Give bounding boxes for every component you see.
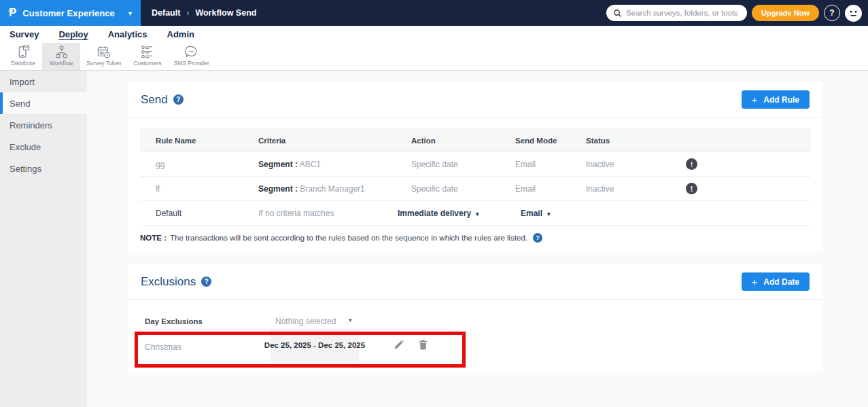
- exclusions-section-header: Exclusions ? + Add Date: [128, 264, 823, 299]
- app-root: Ᵽ Customer Experience ▾ Default › Workfl…: [0, 0, 868, 407]
- send-mode-dropdown[interactable]: Email▾: [521, 209, 551, 218]
- exclusions-section: Exclusions ? + Add Date Day Exclusions N…: [128, 264, 823, 373]
- breadcrumb-item-current: Workflow Send: [195, 8, 256, 18]
- workspace-switcher[interactable]: Ᵽ Customer Experience ▾: [0, 0, 141, 26]
- add-rule-label: Add Rule: [763, 95, 799, 105]
- send-section: Send ? + Add Rule Rule Name Criteria Act…: [128, 82, 823, 253]
- exclusions-title: Exclusions: [141, 275, 196, 289]
- edit-exclusion-button[interactable]: [393, 339, 404, 351]
- warning-icon[interactable]: !: [686, 158, 697, 170]
- criteria-cell: Segment : Branch Manager1: [258, 184, 411, 194]
- add-date-button[interactable]: + Add Date: [742, 272, 810, 291]
- plus-icon: +: [752, 276, 758, 287]
- sidebar-item-reminders[interactable]: Reminders: [0, 114, 87, 136]
- exclusions-help-icon[interactable]: ?: [201, 277, 211, 287]
- exclusion-name: Christmas: [145, 342, 181, 352]
- primary-nav: Survey Deploy Analytics Admin: [0, 26, 868, 43]
- col-header-send-mode: Send Mode: [515, 137, 586, 145]
- tool-sms-provider[interactable]: SMS Provider: [167, 43, 215, 70]
- sidebar-item-exclude[interactable]: Exclude: [0, 136, 87, 158]
- tool-label: Customers: [133, 60, 161, 67]
- tab-survey[interactable]: Survey: [10, 29, 39, 39]
- table-row: gg Segment : ABC1 Specific date Email In…: [140, 152, 811, 177]
- survey-token-icon: 31: [97, 45, 111, 59]
- action-cell: Specific date: [411, 184, 515, 194]
- chevron-down-icon: ▾: [128, 10, 132, 17]
- tool-workflow[interactable]: Workflow: [42, 43, 80, 70]
- status-cell: Inactive: [586, 160, 686, 169]
- upgrade-now-button[interactable]: Upgrade Now: [752, 5, 819, 21]
- chevron-down-icon: ▾: [476, 211, 479, 217]
- warning-icon[interactable]: !: [686, 183, 697, 194]
- main-content: Send ? + Add Rule Rule Name Criteria Act…: [87, 71, 868, 407]
- question-mark-icon: ?: [829, 8, 834, 18]
- header-actions: Upgrade Now ?: [606, 5, 868, 22]
- sidebar-item-import[interactable]: Import: [0, 71, 87, 92]
- action-cell: Specific date: [411, 160, 515, 169]
- svg-text:31: 31: [100, 51, 104, 55]
- send-mode-cell: Email: [515, 184, 586, 194]
- note-help-icon[interactable]: ?: [533, 233, 542, 243]
- top-header: Ᵽ Customer Experience ▾ Default › Workfl…: [0, 0, 868, 26]
- action-dropdown-cell: Immediate delivery▾: [411, 209, 515, 218]
- criteria-value: Branch Manager1: [300, 184, 364, 194]
- breadcrumb-item-default[interactable]: Default: [152, 8, 180, 18]
- note-text: The transactions will be sent according …: [170, 234, 527, 242]
- criteria-label: Segment :: [258, 160, 298, 169]
- trash-icon: [417, 339, 429, 351]
- table-row: ff Segment : Branch Manager1 Specific da…: [140, 177, 811, 201]
- delete-exclusion-button[interactable]: [417, 339, 429, 351]
- tool-label: Survey Token: [86, 60, 121, 67]
- col-header-rule-name: Rule Name: [140, 137, 258, 145]
- add-rule-button[interactable]: + Add Rule: [742, 90, 810, 109]
- day-exclusions-dropdown[interactable]: Nothing selected: [275, 317, 336, 326]
- send-mode-cell: Email: [515, 160, 586, 169]
- status-cell: Inactive: [586, 184, 686, 194]
- tool-survey-token[interactable]: 31 Survey Token: [80, 43, 127, 70]
- sms-provider-icon: [184, 45, 198, 59]
- send-mode-dropdown-cell: Email▾: [515, 209, 586, 218]
- help-button[interactable]: ?: [824, 5, 840, 21]
- day-exclusions-label: Day Exclusions: [145, 317, 203, 325]
- user-face-icon: [845, 5, 862, 22]
- distribute-icon: [16, 45, 31, 59]
- workspace-name: Customer Experience: [22, 8, 115, 18]
- global-search[interactable]: [606, 5, 747, 21]
- col-header-criteria: Criteria: [258, 137, 411, 145]
- search-icon: [613, 9, 622, 18]
- tool-label: SMS Provider: [173, 60, 209, 67]
- action-dropdown[interactable]: Immediate delivery▾: [398, 209, 479, 218]
- col-header-status: Status: [586, 137, 686, 145]
- exclusion-date-range: Dec 25, 2025 - Dec 25, 2025: [271, 330, 359, 361]
- note-label: NOTE :: [140, 234, 167, 242]
- sidebar-item-send[interactable]: Send: [0, 92, 87, 114]
- tab-admin[interactable]: Admin: [167, 29, 194, 39]
- rule-name-cell: ff: [140, 184, 258, 194]
- send-help-icon[interactable]: ?: [173, 94, 184, 105]
- avatar[interactable]: [845, 5, 862, 22]
- criteria-value: ABC1: [300, 160, 321, 169]
- default-rule-row: Default If no criteria matches Immediate…: [140, 201, 811, 226]
- breadcrumb: Default › Workflow Send: [152, 8, 256, 18]
- search-input[interactable]: [626, 9, 742, 17]
- rule-name-cell: gg: [140, 160, 258, 169]
- chevron-down-icon[interactable]: ▾: [349, 317, 352, 323]
- criteria-cell: Segment : ABC1: [258, 160, 411, 169]
- note: NOTE : The transactions will be sent acc…: [128, 226, 823, 253]
- chevron-down-icon: ▾: [547, 211, 551, 217]
- col-header-action: Action: [411, 137, 515, 145]
- add-date-label: Add Date: [763, 277, 799, 287]
- page-body: Import Send Reminders Exclude Settings S…: [0, 71, 868, 407]
- send-mode-dropdown-value: Email: [521, 209, 542, 218]
- tab-deploy[interactable]: Deploy: [58, 29, 88, 39]
- tool-customers[interactable]: Customers: [127, 43, 167, 70]
- pencil-icon: [393, 339, 404, 351]
- tab-analytics[interactable]: Analytics: [108, 29, 147, 39]
- customers-icon: [140, 45, 154, 59]
- breadcrumb-separator-icon: ›: [186, 8, 189, 18]
- tool-distribute[interactable]: Distribute: [4, 43, 42, 70]
- sidebar-item-settings[interactable]: Settings: [0, 158, 87, 179]
- brand-logo-icon: Ᵽ: [9, 6, 16, 20]
- table-header-row: Rule Name Criteria Action Send Mode Stat…: [140, 128, 811, 152]
- rule-name-cell: Default: [140, 209, 258, 218]
